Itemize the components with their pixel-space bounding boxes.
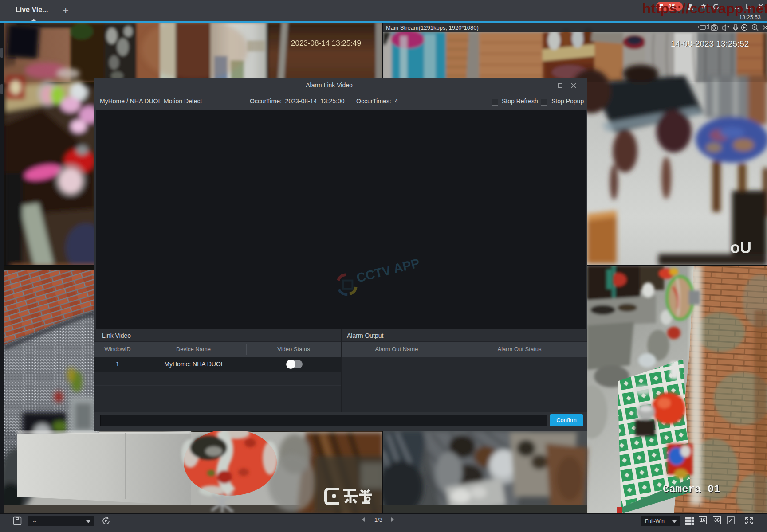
svg-text:2023-08-14 13:25:49: 2023-08-14 13:25:49 bbox=[291, 39, 361, 47]
svg-text:14-08-2023 13:25:52: 14-08-2023 13:25:52 bbox=[671, 39, 749, 48]
svg-text:Main Stream(1291kbps, 1920*108: Main Stream(1291kbps, 1920*1080) bbox=[386, 24, 479, 31]
svg-text:Camera 01: Camera 01 bbox=[663, 483, 720, 495]
svg-text:oU: oU bbox=[730, 239, 751, 257]
